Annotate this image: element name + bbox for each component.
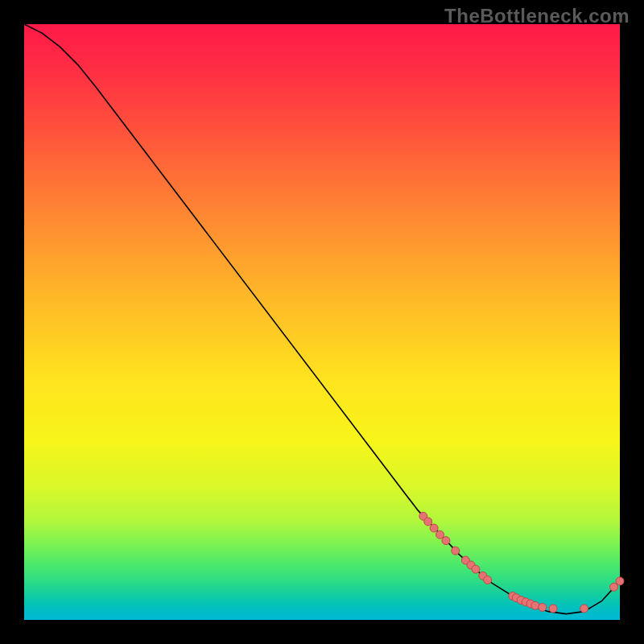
data-point [472,565,480,573]
data-point [436,530,444,539]
data-point [424,518,432,526]
data-point [580,605,588,613]
data-point [484,576,492,584]
data-point [539,603,547,611]
data-points [419,512,624,613]
data-point [531,601,539,609]
chart-frame: TheBottleneck.com [0,0,644,644]
data-point [430,524,438,532]
data-point [452,547,460,555]
chart-svg [24,24,620,620]
data-point [549,605,557,613]
data-point [616,577,624,585]
data-point [442,537,450,545]
data-point [610,583,618,591]
curve-line [24,24,620,614]
